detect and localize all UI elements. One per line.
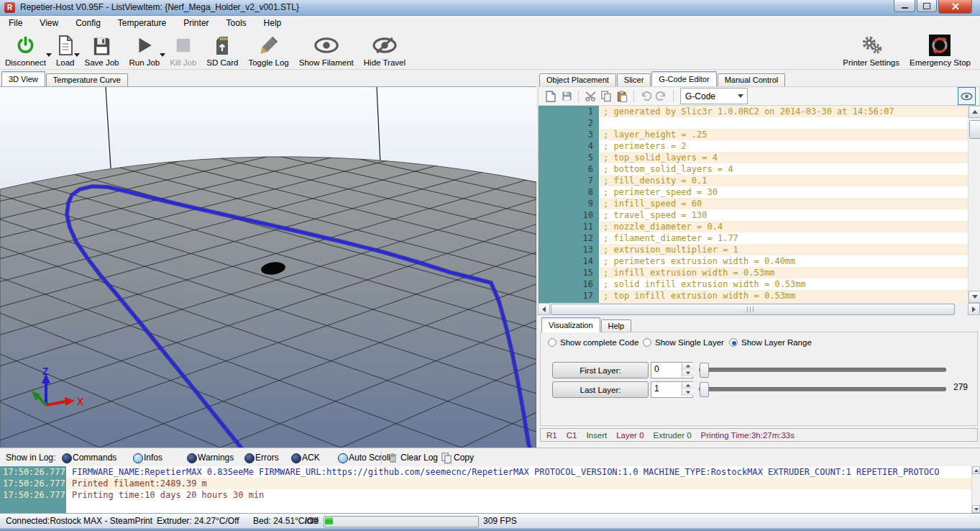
toolbar-right-group: Printer SettingsEmergency Stop (838, 30, 976, 70)
syntax-select-value: G-Code (685, 91, 715, 101)
view-tabs: 3D ViewTemperature Curve (1, 71, 129, 86)
toolbar-label-save-job: Save Job (84, 58, 119, 67)
gcode-editor[interactable]: 1; generated by Slic3r 1.0.0RC2 on 2014-… (538, 106, 980, 303)
tab-visualization[interactable]: Visualization (541, 317, 600, 332)
scroll-thumb[interactable] (969, 120, 980, 139)
scroll-thumb[interactable] (551, 304, 955, 315)
layer-button-first-layer[interactable]: First Layer: (552, 362, 649, 378)
editor-button-undo[interactable] (638, 89, 654, 104)
menu-item-help[interactable]: Help (255, 16, 290, 30)
log-toggle-label-auto-scroll[interactable]: Auto Scroll (349, 453, 390, 463)
layer-slider-first-layer[interactable] (699, 368, 946, 372)
radio-show-layer-range[interactable] (729, 338, 738, 347)
spinner-down-button[interactable] (682, 370, 693, 377)
log-entry: 17:50:26.777Printing time:10 days 20 hou… (0, 489, 971, 501)
menu-item-config[interactable]: Config (67, 16, 109, 30)
minimize-button[interactable] (894, 0, 915, 12)
log-toggle-auto-scroll[interactable] (338, 453, 348, 463)
menu-item-temperature[interactable]: Temperature (109, 16, 175, 30)
tab-slicer[interactable]: Slicer (617, 73, 651, 86)
tab-manual-control[interactable]: Manual Control (718, 73, 786, 86)
gcode-line-text: ; perimeters = 2 (603, 140, 687, 152)
spinner-buttons[interactable] (682, 382, 692, 396)
gcode-line-text: ; solid infill extrusion width = 0.53mm (603, 278, 806, 290)
3d-scene: Z X (0, 87, 536, 448)
emergency-stop-icon (929, 33, 951, 58)
radio-show-complete-code[interactable] (548, 338, 557, 347)
radio-show-single-layer[interactable] (643, 338, 651, 347)
eye-icon (961, 92, 973, 101)
job-progress-bar (324, 516, 479, 527)
menu-item-tools[interactable]: Tools (218, 16, 255, 30)
scroll-up-button[interactable] (972, 466, 980, 474)
tab-3d-view[interactable]: 3D View (1, 71, 45, 86)
toolbar-button-load[interactable]: Load (51, 30, 80, 70)
scroll-right-button[interactable] (968, 303, 980, 315)
maximize-button[interactable] (917, 0, 937, 12)
spinner-up-button[interactable] (682, 363, 693, 370)
toolbar-button-show-filament[interactable]: Show Filament (294, 30, 359, 70)
editor-button-save[interactable] (559, 89, 574, 104)
slider-thumb[interactable] (700, 382, 709, 397)
toolbar-button-hide-travel[interactable]: Hide Travel (359, 30, 411, 70)
syntax-select[interactable]: G-Code (680, 88, 748, 104)
log-toggle-warnings[interactable] (187, 453, 197, 463)
layer-spinner-last-layer[interactable]: 1 (651, 381, 693, 398)
editor-horizontal-scrollbar[interactable] (538, 303, 980, 315)
toolbar-button-emergency-stop[interactable]: Emergency Stop (905, 30, 976, 70)
toolbar-button-sd-card[interactable]: SD Card (201, 30, 243, 70)
log-toggle-ack[interactable] (291, 453, 301, 463)
arrow-down-icon (974, 508, 979, 511)
log-toggle-label-errors[interactable]: Errors (255, 453, 279, 463)
log-toggle-errors[interactable] (244, 453, 255, 463)
editor-vertical-scrollbar[interactable] (968, 106, 980, 303)
log-action-clear-log[interactable]: Clear Log (400, 453, 438, 463)
scroll-left-button[interactable] (538, 303, 550, 315)
editor-button-paste[interactable] (614, 89, 630, 104)
scroll-up-button[interactable] (968, 106, 980, 118)
gcode-line-text: ; nozzle_diameter = 0.4 (603, 221, 723, 232)
preview-toggle-button[interactable] (958, 87, 976, 105)
editor-button-new-file[interactable] (543, 89, 559, 104)
layer-spinner-first-layer[interactable]: 0 (651, 362, 693, 378)
trash-icon (388, 453, 398, 463)
log-toggle-label-infos[interactable]: Infos (144, 453, 162, 463)
maximize-icon (923, 3, 930, 9)
editor-button-redo[interactable] (654, 89, 669, 104)
tab-g-code-editor[interactable]: G-Code Editor (651, 71, 716, 86)
editor-button-copy[interactable] (598, 89, 614, 104)
toolbar-button-disconnect[interactable]: Disconnect (0, 30, 51, 70)
menu-item-file[interactable]: File (0, 16, 31, 30)
log-toggle-infos[interactable] (133, 453, 143, 463)
layer-button-last-layer[interactable]: Last Layer: (552, 381, 649, 398)
toolbar-button-toggle-log[interactable]: Toggle Log (243, 30, 293, 70)
toolbar-button-run-job[interactable]: Run Job (124, 30, 165, 70)
slider-thumb[interactable] (700, 363, 709, 378)
tab-help[interactable]: Help (601, 319, 632, 332)
spinner-down-button[interactable] (682, 389, 693, 396)
log-toggle-label-commands[interactable]: Commands (73, 453, 116, 463)
toolbar-button-save-job[interactable]: Save Job (79, 30, 124, 70)
log-vertical-scrollbar[interactable] (971, 466, 980, 513)
spinner-up-button[interactable] (682, 382, 693, 389)
3d-viewport[interactable]: Z X (0, 86, 536, 448)
log-toggle-label-warnings[interactable]: Warnings (198, 453, 234, 463)
layer-slider-last-layer[interactable] (699, 387, 946, 391)
toolbar-button-printer-settings[interactable]: Printer Settings (838, 30, 905, 70)
log-toggle-commands[interactable] (62, 453, 72, 463)
tab-object-placement[interactable]: Object Placement (539, 73, 616, 86)
tab-temperature-curve[interactable]: Temperature Curve (46, 73, 128, 86)
separator (381, 451, 382, 464)
log-output[interactable]: 17:50:26.777FIRMWARE_NAME:RepetierMAX 0.… (0, 466, 980, 513)
log-toggle-label-ack[interactable]: ACK (302, 453, 320, 463)
scroll-down-button[interactable] (972, 505, 980, 513)
spinner-buttons[interactable] (682, 363, 692, 376)
eye-icon (314, 33, 339, 58)
scroll-down-button[interactable] (968, 291, 980, 303)
menu-item-printer[interactable]: Printer (175, 16, 217, 30)
log-action-copy[interactable]: Copy (454, 453, 474, 463)
app-logo-icon: R (4, 2, 15, 13)
close-button[interactable] (938, 0, 972, 14)
menu-item-view[interactable]: View (31, 16, 67, 30)
editor-button-cut[interactable] (582, 89, 598, 104)
